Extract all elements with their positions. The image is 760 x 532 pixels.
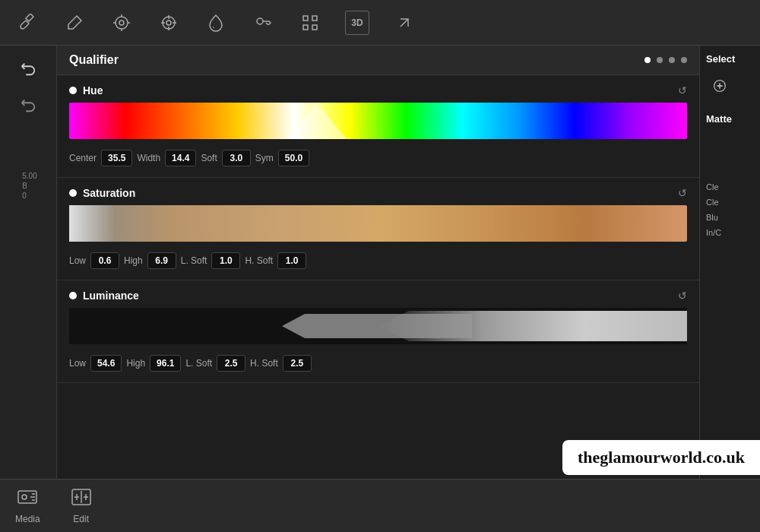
sat-hsoft-value[interactable]: 1.0 bbox=[277, 252, 306, 269]
left-sidebar: 5.00 B 0 bbox=[0, 46, 57, 479]
right-sidebar: Select Matte Cle Cle Blu In/C bbox=[699, 46, 760, 479]
luminance-controls: Low 54.6 High 96.1 L. Soft 2.5 H. Soft 2… bbox=[69, 352, 687, 376]
luminance-section-header: Luminance ↺ bbox=[69, 290, 687, 302]
lum-high-label: High bbox=[126, 358, 145, 369]
toolbar-icon-eyedropper[interactable] bbox=[62, 11, 87, 35]
svg-rect-14 bbox=[312, 16, 317, 21]
sat-high-label: High bbox=[124, 255, 143, 266]
saturation-section-header: Saturation ↺ bbox=[69, 187, 687, 199]
dot-2[interactable] bbox=[657, 57, 663, 63]
lum-high-value[interactable]: 96.1 bbox=[150, 355, 181, 372]
svg-rect-13 bbox=[303, 16, 308, 21]
saturation-title: Saturation bbox=[83, 187, 135, 199]
left-number-2: B bbox=[22, 182, 27, 190]
luminance-title: Luminance bbox=[83, 290, 139, 302]
svg-point-0 bbox=[116, 17, 128, 29]
sat-lsoft-value[interactable]: 1.0 bbox=[211, 252, 240, 269]
svg-rect-16 bbox=[312, 25, 317, 30]
dot-4[interactable] bbox=[681, 57, 687, 63]
saturation-reset[interactable]: ↺ bbox=[678, 187, 687, 199]
hue-section: Hue ↺ Center 35.5 Width 14.4 Soft 3.0 Sy… bbox=[57, 75, 699, 178]
hue-title: Hue bbox=[83, 84, 103, 97]
svg-marker-17 bbox=[282, 314, 472, 338]
sidebar-undo[interactable] bbox=[13, 53, 43, 84]
hue-title-group: Hue bbox=[69, 84, 103, 97]
top-toolbar: 3D bbox=[0, 0, 760, 46]
bottom-tab-edit[interactable]: Edit bbox=[71, 488, 92, 524]
luminance-dot bbox=[69, 292, 77, 299]
toolbar-icon-target[interactable] bbox=[109, 11, 134, 35]
hue-gradient bbox=[69, 103, 687, 139]
saturation-bar bbox=[69, 205, 687, 242]
lum-low-label: Low bbox=[69, 358, 86, 369]
saturation-dot bbox=[69, 189, 77, 197]
svg-rect-15 bbox=[303, 25, 308, 30]
hue-sym-value[interactable]: 50.0 bbox=[278, 150, 309, 166]
right-item-3[interactable]: Blu bbox=[706, 211, 754, 223]
sat-lsoft-label: L. Soft bbox=[181, 255, 207, 266]
toolbar-icon-droplet[interactable] bbox=[204, 11, 228, 35]
sat-low-value[interactable]: 0.6 bbox=[90, 252, 119, 269]
toolbar-icon-arrow[interactable] bbox=[392, 11, 416, 35]
left-number-3: 0 bbox=[22, 192, 27, 200]
sat-low-label: Low bbox=[69, 255, 86, 266]
hue-dot bbox=[69, 87, 77, 94]
hue-triangle bbox=[286, 103, 347, 139]
lum-lsoft-value[interactable]: 2.5 bbox=[217, 355, 245, 372]
hue-reset[interactable]: ↺ bbox=[678, 84, 687, 97]
right-eyedropper[interactable] bbox=[706, 72, 733, 100]
hue-section-header: Hue ↺ bbox=[69, 84, 687, 97]
toolbar-icon-grid[interactable] bbox=[298, 11, 322, 35]
luminance-section: Luminance ↺ Low 54.6 High 96.1 L. Soft 2… bbox=[57, 280, 699, 383]
saturation-title-group: Saturation bbox=[69, 187, 135, 199]
right-item-4[interactable]: In/C bbox=[706, 226, 754, 239]
toolbar-icon-3d[interactable]: 3D bbox=[345, 11, 369, 35]
right-item-1[interactable]: Cle bbox=[706, 181, 754, 193]
lum-hsoft-value[interactable]: 2.5 bbox=[283, 355, 312, 372]
bottom-toolbar: Media Edit bbox=[0, 479, 760, 532]
lum-hsoft-label: H. Soft bbox=[250, 358, 278, 369]
left-number-1: 5.00 bbox=[22, 172, 36, 180]
right-item-2[interactable]: Cle bbox=[706, 196, 754, 208]
watermark: theglamourworld.co.uk bbox=[562, 440, 760, 475]
center-panel: Qualifier Hue ↺ bbox=[57, 46, 699, 479]
luminance-shape bbox=[69, 308, 687, 344]
sat-hsoft-label: H. Soft bbox=[245, 255, 273, 266]
luminance-title-group: Luminance bbox=[69, 290, 139, 302]
media-label: Media bbox=[15, 514, 40, 524]
sat-high-value[interactable]: 6.9 bbox=[147, 252, 176, 269]
svg-point-1 bbox=[119, 21, 124, 25]
sidebar-icon-2[interactable] bbox=[13, 90, 43, 120]
dot-1[interactable] bbox=[644, 57, 651, 63]
saturation-left-fade bbox=[69, 205, 115, 242]
edit-label: Edit bbox=[73, 514, 89, 524]
qualifier-dots bbox=[644, 57, 687, 63]
media-icon bbox=[17, 488, 38, 511]
hue-sym-label: Sym bbox=[255, 153, 274, 163]
toolbar-icon-target2[interactable] bbox=[157, 11, 181, 35]
hue-center-value[interactable]: 35.5 bbox=[101, 150, 132, 166]
edit-icon bbox=[71, 488, 92, 511]
main-content: 5.00 B 0 Qualifier Hue ↺ bbox=[0, 46, 760, 479]
toolbar-icon-key[interactable] bbox=[251, 11, 275, 35]
hue-center-label: Center bbox=[69, 153, 97, 163]
bottom-tab-media[interactable]: Media bbox=[15, 488, 40, 524]
toolbar-icon-brush[interactable] bbox=[15, 11, 40, 35]
lum-lsoft-label: L. Soft bbox=[185, 358, 212, 369]
qualifier-header: Qualifier bbox=[57, 46, 699, 75]
hue-controls: Center 35.5 Width 14.4 Soft 3.0 Sym 50.0 bbox=[69, 147, 687, 171]
lum-low-value[interactable]: 54.6 bbox=[90, 355, 122, 372]
dot-3[interactable] bbox=[669, 57, 675, 63]
qualifier-title: Qualifier bbox=[69, 53, 119, 67]
saturation-section: Saturation ↺ Low 0.6 High 6.9 L. Soft 1.… bbox=[57, 178, 699, 280]
hue-width-value[interactable]: 14.4 bbox=[165, 150, 196, 166]
luminance-bar bbox=[69, 308, 687, 344]
svg-point-20 bbox=[22, 495, 27, 499]
svg-point-7 bbox=[166, 21, 171, 25]
select-label: Select bbox=[706, 53, 754, 65]
watermark-text: theglamourworld.co.uk bbox=[578, 448, 745, 467]
luminance-reset[interactable]: ↺ bbox=[678, 290, 687, 302]
matte-label: Matte bbox=[706, 113, 754, 125]
hue-soft-label: Soft bbox=[201, 153, 217, 163]
hue-soft-value[interactable]: 3.0 bbox=[222, 150, 251, 166]
